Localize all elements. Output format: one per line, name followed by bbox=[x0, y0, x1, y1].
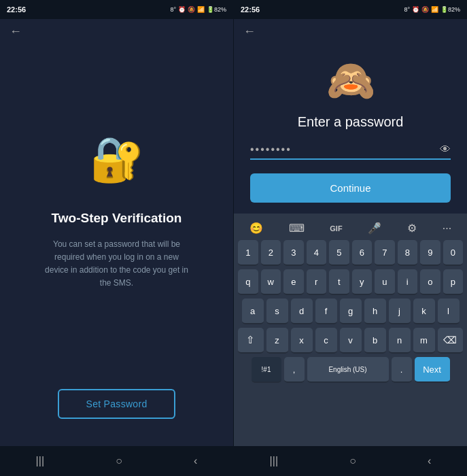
left-content: 🔐 Two-Step Verification You can set a pa… bbox=[0, 44, 233, 375]
continue-button[interactable]: Continue bbox=[250, 173, 451, 203]
key-3[interactable]: 3 bbox=[283, 240, 304, 266]
left-nav-home[interactable]: ○ bbox=[105, 449, 133, 473]
right-status-degree: 8° bbox=[404, 6, 410, 13]
enter-password-title: Enter a password bbox=[298, 114, 404, 130]
key-k[interactable]: k bbox=[413, 299, 435, 324]
right-signal-icon: 📶 bbox=[431, 6, 438, 13]
key-l[interactable]: l bbox=[438, 299, 460, 324]
left-nav-bar: ← bbox=[0, 19, 233, 44]
left-title: Two-Step Verification bbox=[52, 211, 182, 226]
key-e[interactable]: e bbox=[283, 269, 304, 295]
gif-tool-icon[interactable]: GIF bbox=[326, 223, 346, 234]
keyboard-rows: 1 2 3 4 5 6 7 8 9 0 q w e r t y u i bbox=[237, 240, 464, 446]
key-h[interactable]: h bbox=[364, 299, 386, 324]
key-n[interactable]: n bbox=[389, 328, 411, 354]
monkey-emoji: 🙈 bbox=[326, 57, 375, 103]
right-bottom-nav: ||| ○ ‹ bbox=[234, 446, 467, 476]
keyboard-row-asdf: a s d f g h j k l bbox=[238, 299, 463, 324]
comma-key[interactable]: , bbox=[284, 357, 305, 383]
key-d[interactable]: d bbox=[291, 299, 313, 324]
set-password-button[interactable]: Set Password bbox=[58, 389, 176, 419]
keyboard-row-qwerty: q w e r t y u i o p bbox=[238, 269, 463, 295]
shift-key[interactable]: ⇧ bbox=[238, 328, 264, 354]
password-field-row: 👁 bbox=[250, 143, 451, 160]
key-9[interactable]: 9 bbox=[420, 240, 440, 266]
more-tool-icon[interactable]: ··· bbox=[438, 221, 455, 236]
key-z[interactable]: z bbox=[266, 328, 288, 354]
period-key[interactable]: . bbox=[392, 357, 412, 383]
key-5[interactable]: 5 bbox=[329, 240, 349, 266]
keyboard: 😊 ⌨ GIF 🎤 ⚙ ··· 1 2 3 4 5 6 7 8 9 0 bbox=[234, 214, 467, 446]
left-panel: 22:56 8° ⏰ 🔕 📶 🔋82% ← 🔐 Two-Step Verific… bbox=[0, 0, 233, 476]
backspace-key[interactable]: ⌫ bbox=[438, 328, 464, 354]
key-u[interactable]: u bbox=[375, 269, 395, 295]
key-o[interactable]: o bbox=[420, 269, 440, 295]
right-alarm-icon: ⏰ bbox=[412, 6, 419, 13]
key-a[interactable]: a bbox=[242, 299, 264, 324]
signal-icon: 📶 bbox=[197, 6, 205, 13]
right-mute-icon: 🔕 bbox=[421, 6, 429, 13]
right-back-button[interactable]: ← bbox=[243, 24, 256, 39]
right-nav-home[interactable]: ○ bbox=[339, 449, 367, 473]
right-panel: 22:56 8° ⏰ 🔕 📶 🔋82% ← 🙈 Enter a password… bbox=[233, 0, 467, 476]
right-content: 🙈 Enter a password 👁 Continue bbox=[234, 44, 467, 214]
left-bottom-nav: ||| ○ ‹ bbox=[0, 446, 233, 476]
key-g[interactable]: g bbox=[340, 299, 362, 324]
keyboard-row-numbers: 1 2 3 4 5 6 7 8 9 0 bbox=[238, 240, 463, 266]
keyboard-row-zxcv: ⇧ z x c v b n m ⌫ bbox=[238, 328, 463, 354]
left-status-bar: 22:56 8° ⏰ 🔕 📶 🔋82% bbox=[0, 0, 233, 19]
mute-icon: 🔕 bbox=[188, 6, 195, 13]
key-y[interactable]: y bbox=[352, 269, 373, 295]
key-7[interactable]: 7 bbox=[375, 240, 395, 266]
emoji-tool-icon[interactable]: 😊 bbox=[245, 220, 267, 236]
right-status-time: 22:56 bbox=[241, 5, 260, 14]
left-back-button[interactable]: ← bbox=[10, 24, 22, 39]
key-v[interactable]: v bbox=[340, 328, 362, 354]
left-status-degree: 8° bbox=[170, 6, 176, 13]
key-x[interactable]: x bbox=[291, 328, 313, 354]
left-status-time: 22:56 bbox=[7, 5, 26, 14]
right-battery-icon: 🔋82% bbox=[440, 6, 460, 13]
left-bottom: Set Password bbox=[0, 375, 233, 446]
left-nav-back[interactable]: ‹ bbox=[183, 449, 208, 473]
right-nav-recent[interactable]: ||| bbox=[259, 449, 289, 473]
space-key[interactable]: English (US) bbox=[307, 357, 389, 383]
key-j[interactable]: j bbox=[389, 299, 411, 324]
alarm-icon: ⏰ bbox=[178, 6, 186, 13]
right-nav-bar: ← bbox=[234, 19, 467, 44]
key-1[interactable]: 1 bbox=[238, 240, 258, 266]
right-status-icons: 8° ⏰ 🔕 📶 🔋82% bbox=[404, 6, 460, 13]
key-6[interactable]: 6 bbox=[352, 240, 373, 266]
keyboard-row-bottom: !#1 , English (US) . Next bbox=[238, 357, 463, 387]
keyboard-toolbar: 😊 ⌨ GIF 🎤 ⚙ ··· bbox=[237, 218, 464, 240]
key-w[interactable]: w bbox=[261, 269, 281, 295]
lock-key-icon: 🔐 bbox=[83, 129, 151, 190]
right-nav-back[interactable]: ‹ bbox=[417, 449, 442, 473]
toggle-password-icon[interactable]: 👁 bbox=[440, 143, 451, 156]
battery-icon: 🔋82% bbox=[207, 6, 226, 13]
mic-tool-icon[interactable]: 🎤 bbox=[364, 220, 385, 236]
key-f[interactable]: f bbox=[315, 299, 337, 324]
sticker-tool-icon[interactable]: ⌨ bbox=[285, 220, 309, 236]
settings-tool-icon[interactable]: ⚙ bbox=[403, 220, 421, 236]
key-p[interactable]: p bbox=[443, 269, 464, 295]
symbols-key[interactable]: !#1 bbox=[252, 357, 281, 383]
key-c[interactable]: c bbox=[315, 328, 337, 354]
key-t[interactable]: t bbox=[329, 269, 349, 295]
left-description: You can set a password that will be requ… bbox=[42, 238, 192, 290]
key-i[interactable]: i bbox=[398, 269, 418, 295]
left-status-icons: 8° ⏰ 🔕 📶 🔋82% bbox=[170, 6, 226, 13]
key-b[interactable]: b bbox=[364, 328, 386, 354]
key-s[interactable]: s bbox=[266, 299, 288, 324]
key-8[interactable]: 8 bbox=[398, 240, 418, 266]
left-nav-recent[interactable]: ||| bbox=[25, 449, 55, 473]
right-status-bar: 22:56 8° ⏰ 🔕 📶 🔋82% bbox=[234, 0, 467, 19]
next-key[interactable]: Next bbox=[415, 357, 450, 383]
key-2[interactable]: 2 bbox=[261, 240, 281, 266]
key-4[interactable]: 4 bbox=[307, 240, 327, 266]
key-0[interactable]: 0 bbox=[443, 240, 464, 266]
key-q[interactable]: q bbox=[238, 269, 258, 295]
key-m[interactable]: m bbox=[413, 328, 435, 354]
key-r[interactable]: r bbox=[307, 269, 327, 295]
password-input[interactable] bbox=[250, 143, 440, 156]
